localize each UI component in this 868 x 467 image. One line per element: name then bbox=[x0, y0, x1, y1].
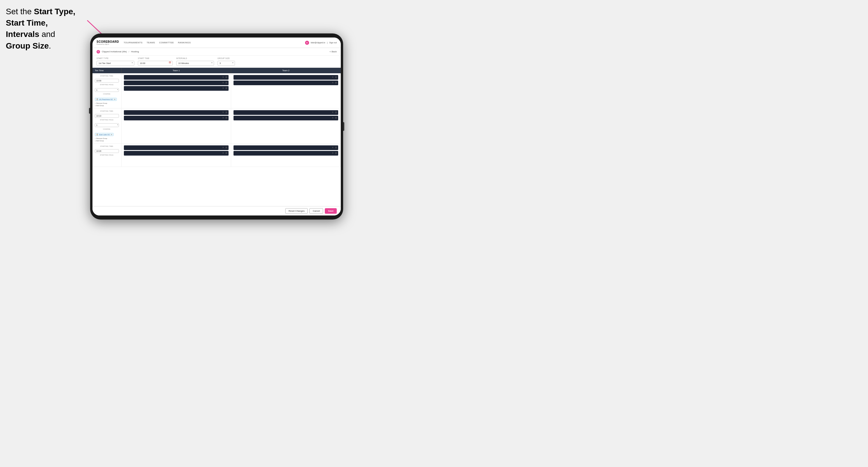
player-x-btn[interactable]: ✕ bbox=[222, 117, 224, 119]
player-expand-btn[interactable]: ⊞ bbox=[225, 87, 227, 90]
hole-select-1[interactable]: 1 10 bbox=[95, 88, 119, 92]
add-label-1: + Add Group bbox=[95, 105, 104, 106]
starting-time-input-1[interactable] bbox=[95, 79, 119, 83]
table-row: STARTING TIME: STARTING HOLE: ✕ ⊞ bbox=[92, 144, 341, 167]
player-expand-btn[interactable]: ⊞ bbox=[225, 112, 227, 114]
logo-text: SCOREBOARD bbox=[97, 40, 119, 43]
back-button[interactable]: < Back bbox=[330, 50, 337, 53]
start-time-input-wrapper: ⏰ bbox=[138, 60, 173, 66]
breadcrumb-tournament[interactable]: Clipped Invitational (Me) bbox=[102, 50, 127, 53]
player-x-btn[interactable]: ✕ bbox=[222, 82, 224, 84]
player-x-btn[interactable]: ✕ bbox=[332, 76, 334, 79]
logo-area: SCOREBOARD Powered by clipp.io bbox=[97, 40, 119, 45]
player-expand-btn[interactable]: ⊞ bbox=[335, 112, 337, 114]
player-x-btn[interactable]: ✕ bbox=[332, 117, 334, 119]
remove-icon-2: ○ bbox=[95, 137, 96, 139]
player-x-btn[interactable]: ✕ bbox=[222, 112, 224, 114]
course-remove-1[interactable]: ✕ bbox=[114, 98, 116, 100]
player-expand-btn[interactable]: ⊞ bbox=[335, 82, 337, 84]
starting-time-input-2[interactable] bbox=[95, 114, 119, 118]
nav-rankings[interactable]: RANKINGS bbox=[178, 41, 191, 44]
tablet-screen: SCOREBOARD Powered by clipp.io TOURNAMEN… bbox=[92, 37, 341, 215]
player-x-btn[interactable]: ✕ bbox=[222, 152, 224, 154]
start-type-select[interactable]: 1st Tee Start Shotgun Start bbox=[97, 61, 134, 66]
nav-committee[interactable]: COMMITTEE bbox=[159, 41, 174, 44]
player-expand-btn[interactable]: ⊞ bbox=[225, 117, 227, 119]
breadcrumb-bar: C Clipped Invitational (Me) / Hosting < … bbox=[92, 48, 341, 56]
starting-time-label-3: STARTING TIME: bbox=[95, 146, 119, 147]
course-remove-2[interactable]: ✕ bbox=[111, 133, 112, 135]
add-group-btn-1[interactable]: + Add Group bbox=[95, 105, 119, 106]
player-x-btn[interactable]: ✕ bbox=[222, 76, 224, 79]
player-x-btn[interactable]: ✕ bbox=[332, 82, 334, 84]
sign-out-link[interactable]: Sign out bbox=[329, 41, 337, 43]
player-row: ✕ ⊞ bbox=[234, 116, 338, 120]
player-x-btn[interactable]: ✕ bbox=[222, 147, 224, 149]
player-x-btn[interactable]: ✕ bbox=[222, 87, 224, 90]
course-icon-2: 🏌 bbox=[96, 133, 98, 135]
remove-label-1: Remove Group bbox=[96, 102, 107, 104]
player-expand-btn[interactable]: ⊞ bbox=[225, 152, 227, 154]
player-row-controls: ✕ ⊞ bbox=[222, 76, 227, 79]
controls-row: Start Type 1st Tee Start Shotgun Start S… bbox=[92, 56, 341, 68]
instruction-line3-normal: and bbox=[39, 30, 55, 39]
hole-select-wrapper-1: 1 10 bbox=[95, 87, 119, 92]
table-header: Tee Time Team 1 Team 2 bbox=[92, 68, 341, 73]
starting-time-label-2: STARTING TIME: bbox=[95, 110, 119, 112]
player-expand-btn[interactable]: ⊞ bbox=[225, 76, 227, 79]
team2-cell-1: ✕ ⊞ ✕ ⊞ bbox=[231, 73, 341, 108]
instruction-line3-bold: Intervals bbox=[6, 30, 39, 39]
player-x-btn[interactable]: ✕ bbox=[332, 152, 334, 154]
player-row: ✕ ⊞ bbox=[234, 146, 338, 150]
player-row-controls: ✕ ⊞ bbox=[332, 76, 337, 79]
course-tag-2: 🏌 East Lake GC ✕ bbox=[95, 133, 114, 136]
team2-cell-3: ✕ ⊞ ✕ ⊞ bbox=[231, 144, 341, 167]
player-row: ✕ ⊞ bbox=[124, 146, 228, 150]
course-area-2: 🏌 East Lake GC ✕ bbox=[95, 131, 119, 136]
intervals-select[interactable]: 10 Minutes 8 Minutes 12 Minutes bbox=[176, 61, 214, 66]
player-row: ✕ ⊞ bbox=[124, 110, 228, 115]
player-expand-btn[interactable]: ⊞ bbox=[335, 76, 337, 79]
team2-cell-2: ✕ ⊞ ✕ ⊞ bbox=[231, 108, 341, 143]
player-row-controls: ✕ ⊞ bbox=[222, 117, 227, 119]
breadcrumb-left: C Clipped Invitational (Me) / Hosting bbox=[97, 50, 139, 54]
player-expand-btn[interactable]: ⊞ bbox=[225, 147, 227, 149]
cancel-button[interactable]: Cancel bbox=[309, 208, 323, 214]
player-row: ✕ ⊞ bbox=[234, 75, 338, 80]
player-x-btn[interactable]: ✕ bbox=[332, 112, 334, 114]
user-email: blair@clipped.io bbox=[311, 41, 326, 43]
group-size-label: Group Size bbox=[218, 57, 235, 59]
player-row-controls: ✕ ⊞ bbox=[332, 117, 337, 119]
reset-changes-button[interactable]: Reset Changes bbox=[285, 208, 308, 214]
course-name-1: (A) Peachtree GC bbox=[99, 99, 113, 100]
add-group-btn-2[interactable]: + Add Group bbox=[95, 140, 119, 142]
starting-time-input-3[interactable] bbox=[95, 149, 119, 153]
group-size-select[interactable]: 3 2 4 bbox=[218, 61, 235, 66]
remove-group-btn-2[interactable]: ○ Remove Group bbox=[95, 137, 119, 139]
player-x-btn[interactable]: ✕ bbox=[332, 147, 334, 149]
intervals-label: Intervals bbox=[176, 57, 214, 59]
player-expand-btn[interactable]: ⊞ bbox=[335, 152, 337, 154]
instruction-line1-bold: Start Type, bbox=[34, 7, 75, 16]
save-button[interactable]: Save bbox=[325, 208, 337, 214]
nav-right: B blair@clipped.io | Sign out bbox=[305, 41, 337, 45]
player-expand-btn[interactable]: ⊞ bbox=[335, 117, 337, 119]
remove-group-btn-1[interactable]: ○ Remove Group bbox=[95, 102, 119, 104]
team1-cell-1: ✕ ⊞ ✕ ⊞ ✕ ⊞ bbox=[122, 73, 231, 108]
nav-teams[interactable]: TEAMS bbox=[147, 41, 155, 44]
player-row: ✕ ⊞ bbox=[234, 110, 338, 115]
nav-tournaments[interactable]: TOURNAMENTS bbox=[124, 41, 143, 44]
hole-select-wrapper-2: 1 10 bbox=[95, 122, 119, 127]
hole-select-2[interactable]: 1 10 bbox=[95, 123, 119, 127]
player-expand-btn[interactable]: ⊞ bbox=[225, 82, 227, 84]
player-row-controls: ✕ ⊞ bbox=[332, 152, 337, 154]
player-expand-btn[interactable]: ⊞ bbox=[335, 147, 337, 149]
starting-hole-label-2: STARTING HOLE: bbox=[95, 119, 119, 121]
logo-sub: Powered by clipp.io bbox=[97, 43, 119, 45]
start-type-select-wrapper: 1st Tee Start Shotgun Start bbox=[97, 60, 134, 66]
player-row-controls: ✕ ⊞ bbox=[222, 112, 227, 114]
time-input-wrapper-2 bbox=[95, 113, 119, 118]
starting-time-label-1: STARTING TIME: bbox=[95, 75, 119, 77]
start-time-input[interactable] bbox=[138, 61, 173, 66]
instruction-line4-normal: . bbox=[49, 41, 51, 50]
